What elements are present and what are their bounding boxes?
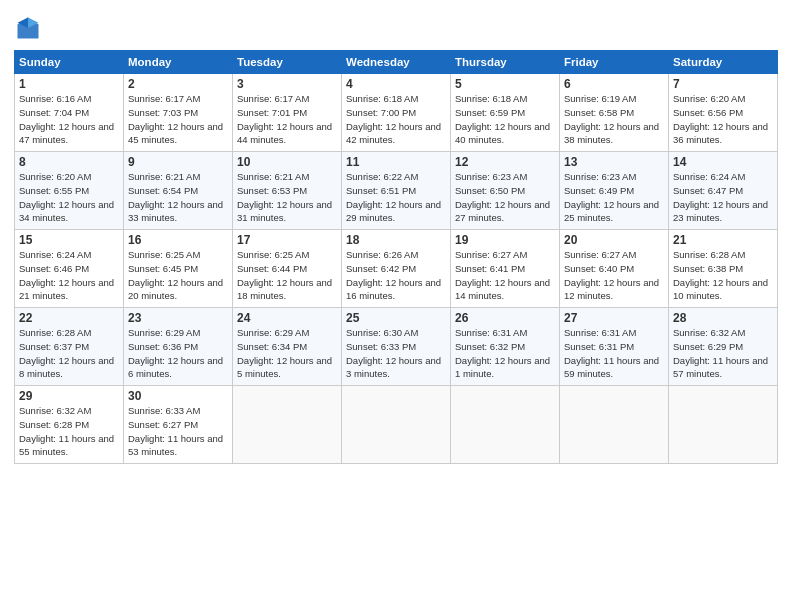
- calendar-cell: 29Sunrise: 6:32 AM Sunset: 6:28 PM Dayli…: [15, 386, 124, 464]
- day-number: 14: [673, 155, 773, 169]
- calendar-cell: 14Sunrise: 6:24 AM Sunset: 6:47 PM Dayli…: [669, 152, 778, 230]
- day-info: Sunrise: 6:33 AM Sunset: 6:27 PM Dayligh…: [128, 404, 228, 459]
- day-info: Sunrise: 6:24 AM Sunset: 6:46 PM Dayligh…: [19, 248, 119, 303]
- calendar-cell: 20Sunrise: 6:27 AM Sunset: 6:40 PM Dayli…: [560, 230, 669, 308]
- weekday-header: Friday: [560, 51, 669, 74]
- calendar-cell: 3Sunrise: 6:17 AM Sunset: 7:01 PM Daylig…: [233, 74, 342, 152]
- day-info: Sunrise: 6:25 AM Sunset: 6:44 PM Dayligh…: [237, 248, 337, 303]
- calendar-cell: 16Sunrise: 6:25 AM Sunset: 6:45 PM Dayli…: [124, 230, 233, 308]
- day-number: 23: [128, 311, 228, 325]
- weekday-header: Saturday: [669, 51, 778, 74]
- day-info: Sunrise: 6:21 AM Sunset: 6:54 PM Dayligh…: [128, 170, 228, 225]
- day-info: Sunrise: 6:18 AM Sunset: 7:00 PM Dayligh…: [346, 92, 446, 147]
- weekday-header: Monday: [124, 51, 233, 74]
- day-info: Sunrise: 6:24 AM Sunset: 6:47 PM Dayligh…: [673, 170, 773, 225]
- day-info: Sunrise: 6:17 AM Sunset: 7:03 PM Dayligh…: [128, 92, 228, 147]
- calendar-cell: 13Sunrise: 6:23 AM Sunset: 6:49 PM Dayli…: [560, 152, 669, 230]
- calendar-table: SundayMondayTuesdayWednesdayThursdayFrid…: [14, 50, 778, 464]
- calendar-cell: 19Sunrise: 6:27 AM Sunset: 6:41 PM Dayli…: [451, 230, 560, 308]
- calendar-week-row: 8Sunrise: 6:20 AM Sunset: 6:55 PM Daylig…: [15, 152, 778, 230]
- day-info: Sunrise: 6:32 AM Sunset: 6:28 PM Dayligh…: [19, 404, 119, 459]
- calendar-cell: 12Sunrise: 6:23 AM Sunset: 6:50 PM Dayli…: [451, 152, 560, 230]
- calendar-cell: 18Sunrise: 6:26 AM Sunset: 6:42 PM Dayli…: [342, 230, 451, 308]
- calendar-cell: 7Sunrise: 6:20 AM Sunset: 6:56 PM Daylig…: [669, 74, 778, 152]
- calendar-cell: 25Sunrise: 6:30 AM Sunset: 6:33 PM Dayli…: [342, 308, 451, 386]
- day-info: Sunrise: 6:20 AM Sunset: 6:55 PM Dayligh…: [19, 170, 119, 225]
- logo: [14, 14, 45, 42]
- day-number: 13: [564, 155, 664, 169]
- calendar-cell: 30Sunrise: 6:33 AM Sunset: 6:27 PM Dayli…: [124, 386, 233, 464]
- calendar-cell: [669, 386, 778, 464]
- weekday-header: Wednesday: [342, 51, 451, 74]
- calendar-week-row: 22Sunrise: 6:28 AM Sunset: 6:37 PM Dayli…: [15, 308, 778, 386]
- calendar-week-row: 29Sunrise: 6:32 AM Sunset: 6:28 PM Dayli…: [15, 386, 778, 464]
- day-info: Sunrise: 6:23 AM Sunset: 6:49 PM Dayligh…: [564, 170, 664, 225]
- calendar-cell: 6Sunrise: 6:19 AM Sunset: 6:58 PM Daylig…: [560, 74, 669, 152]
- day-info: Sunrise: 6:22 AM Sunset: 6:51 PM Dayligh…: [346, 170, 446, 225]
- calendar-cell: 26Sunrise: 6:31 AM Sunset: 6:32 PM Dayli…: [451, 308, 560, 386]
- calendar-cell: 10Sunrise: 6:21 AM Sunset: 6:53 PM Dayli…: [233, 152, 342, 230]
- calendar-cell: 27Sunrise: 6:31 AM Sunset: 6:31 PM Dayli…: [560, 308, 669, 386]
- calendar-cell: 2Sunrise: 6:17 AM Sunset: 7:03 PM Daylig…: [124, 74, 233, 152]
- day-info: Sunrise: 6:17 AM Sunset: 7:01 PM Dayligh…: [237, 92, 337, 147]
- day-number: 16: [128, 233, 228, 247]
- calendar-cell: 5Sunrise: 6:18 AM Sunset: 6:59 PM Daylig…: [451, 74, 560, 152]
- calendar-cell: 24Sunrise: 6:29 AM Sunset: 6:34 PM Dayli…: [233, 308, 342, 386]
- day-number: 19: [455, 233, 555, 247]
- calendar-cell: 15Sunrise: 6:24 AM Sunset: 6:46 PM Dayli…: [15, 230, 124, 308]
- calendar-cell: 28Sunrise: 6:32 AM Sunset: 6:29 PM Dayli…: [669, 308, 778, 386]
- calendar-cell: [233, 386, 342, 464]
- calendar-week-row: 15Sunrise: 6:24 AM Sunset: 6:46 PM Dayli…: [15, 230, 778, 308]
- day-info: Sunrise: 6:28 AM Sunset: 6:38 PM Dayligh…: [673, 248, 773, 303]
- day-number: 18: [346, 233, 446, 247]
- calendar-header: SundayMondayTuesdayWednesdayThursdayFrid…: [15, 51, 778, 74]
- page-container: SundayMondayTuesdayWednesdayThursdayFrid…: [0, 0, 792, 474]
- day-number: 27: [564, 311, 664, 325]
- day-info: Sunrise: 6:25 AM Sunset: 6:45 PM Dayligh…: [128, 248, 228, 303]
- calendar-cell: 11Sunrise: 6:22 AM Sunset: 6:51 PM Dayli…: [342, 152, 451, 230]
- calendar-cell: 4Sunrise: 6:18 AM Sunset: 7:00 PM Daylig…: [342, 74, 451, 152]
- day-info: Sunrise: 6:20 AM Sunset: 6:56 PM Dayligh…: [673, 92, 773, 147]
- calendar-week-row: 1Sunrise: 6:16 AM Sunset: 7:04 PM Daylig…: [15, 74, 778, 152]
- calendar-cell: 22Sunrise: 6:28 AM Sunset: 6:37 PM Dayli…: [15, 308, 124, 386]
- day-info: Sunrise: 6:18 AM Sunset: 6:59 PM Dayligh…: [455, 92, 555, 147]
- day-number: 3: [237, 77, 337, 91]
- calendar-cell: [451, 386, 560, 464]
- day-number: 7: [673, 77, 773, 91]
- day-info: Sunrise: 6:31 AM Sunset: 6:32 PM Dayligh…: [455, 326, 555, 381]
- weekday-header: Thursday: [451, 51, 560, 74]
- calendar-cell: [560, 386, 669, 464]
- day-number: 26: [455, 311, 555, 325]
- day-info: Sunrise: 6:31 AM Sunset: 6:31 PM Dayligh…: [564, 326, 664, 381]
- day-number: 29: [19, 389, 119, 403]
- weekday-header: Sunday: [15, 51, 124, 74]
- logo-icon: [14, 14, 42, 42]
- day-info: Sunrise: 6:29 AM Sunset: 6:36 PM Dayligh…: [128, 326, 228, 381]
- day-number: 9: [128, 155, 228, 169]
- day-number: 11: [346, 155, 446, 169]
- day-number: 28: [673, 311, 773, 325]
- day-info: Sunrise: 6:23 AM Sunset: 6:50 PM Dayligh…: [455, 170, 555, 225]
- day-info: Sunrise: 6:30 AM Sunset: 6:33 PM Dayligh…: [346, 326, 446, 381]
- day-number: 24: [237, 311, 337, 325]
- day-number: 15: [19, 233, 119, 247]
- day-number: 30: [128, 389, 228, 403]
- calendar-cell: 1Sunrise: 6:16 AM Sunset: 7:04 PM Daylig…: [15, 74, 124, 152]
- day-number: 8: [19, 155, 119, 169]
- day-info: Sunrise: 6:16 AM Sunset: 7:04 PM Dayligh…: [19, 92, 119, 147]
- day-number: 17: [237, 233, 337, 247]
- calendar-cell: 9Sunrise: 6:21 AM Sunset: 6:54 PM Daylig…: [124, 152, 233, 230]
- day-info: Sunrise: 6:21 AM Sunset: 6:53 PM Dayligh…: [237, 170, 337, 225]
- day-number: 4: [346, 77, 446, 91]
- day-number: 1: [19, 77, 119, 91]
- day-number: 21: [673, 233, 773, 247]
- header: [14, 10, 778, 42]
- day-number: 22: [19, 311, 119, 325]
- day-info: Sunrise: 6:27 AM Sunset: 6:41 PM Dayligh…: [455, 248, 555, 303]
- calendar-cell: 21Sunrise: 6:28 AM Sunset: 6:38 PM Dayli…: [669, 230, 778, 308]
- day-info: Sunrise: 6:26 AM Sunset: 6:42 PM Dayligh…: [346, 248, 446, 303]
- day-number: 2: [128, 77, 228, 91]
- calendar-cell: [342, 386, 451, 464]
- calendar-body: 1Sunrise: 6:16 AM Sunset: 7:04 PM Daylig…: [15, 74, 778, 464]
- calendar-cell: 8Sunrise: 6:20 AM Sunset: 6:55 PM Daylig…: [15, 152, 124, 230]
